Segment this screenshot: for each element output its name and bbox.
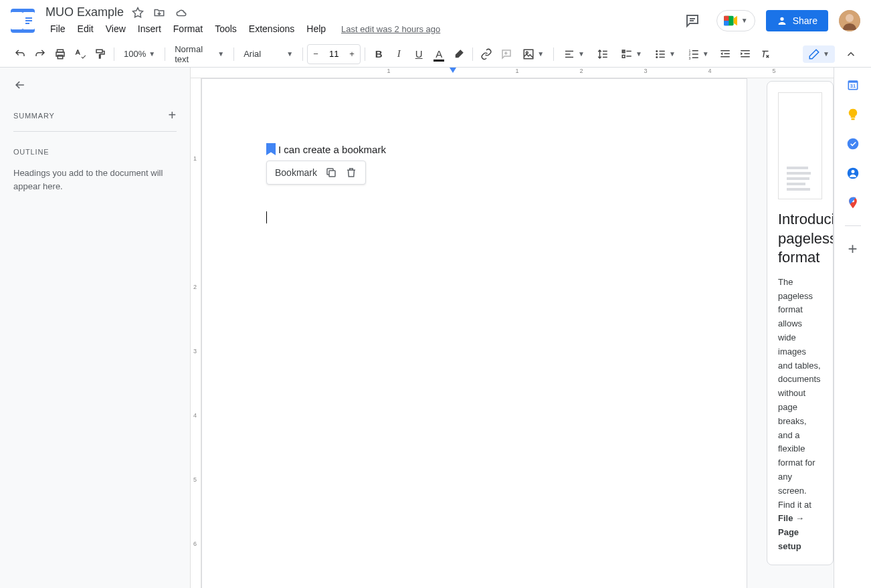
bullet-list-dropdown[interactable]: ▼ [649, 45, 681, 63]
clear-format-icon[interactable] [756, 45, 775, 64]
menu-format[interactable]: Format [169, 22, 207, 35]
print-icon[interactable] [51, 45, 70, 64]
user-avatar[interactable] [839, 10, 860, 31]
ruler-mark: 3 [644, 68, 647, 74]
svg-point-6 [846, 14, 854, 22]
share-label: Share [793, 15, 817, 26]
menu-insert[interactable]: Insert [133, 22, 166, 35]
zoom-value: 100% [124, 49, 146, 59]
move-icon[interactable] [153, 7, 165, 19]
tasks-icon[interactable] [846, 137, 860, 151]
svg-rect-44 [851, 118, 854, 120]
svg-rect-39 [741, 56, 750, 58]
ruler-mark: 5 [772, 68, 775, 74]
spellcheck-icon[interactable] [71, 45, 90, 64]
document-page[interactable]: I can create a bookmark Bookmark [201, 78, 747, 588]
svg-rect-33 [692, 57, 698, 58]
svg-rect-37 [741, 50, 750, 52]
numbered-list-dropdown[interactable]: 123▼ [682, 45, 714, 63]
redo-icon[interactable] [31, 45, 50, 64]
svg-text:31: 31 [850, 83, 855, 89]
maps-icon[interactable] [846, 196, 860, 209]
star-icon[interactable] [132, 7, 144, 19]
zoom-dropdown[interactable]: 100% ▼ [118, 46, 161, 62]
ruler-mark: 2 [579, 68, 583, 74]
docs-app-icon[interactable] [11, 9, 35, 33]
svg-point-23 [656, 53, 658, 55]
bookmark-popup-label: Bookmark [275, 167, 317, 178]
font-value: Arial [244, 49, 261, 59]
bold-icon[interactable]: B [369, 45, 388, 64]
menu-file[interactable]: File [45, 22, 70, 35]
outline-back-icon[interactable] [13, 78, 29, 92]
editing-mode-dropdown[interactable]: ▼ [803, 45, 835, 63]
undo-icon[interactable] [11, 45, 29, 64]
menu-tools[interactable]: Tools [210, 22, 241, 35]
highlight-icon[interactable] [450, 45, 468, 64]
svg-rect-40 [329, 171, 335, 177]
menu-view[interactable]: View [101, 22, 130, 35]
summary-label: SUMMARY [13, 112, 55, 120]
font-size-increase[interactable]: + [344, 45, 360, 64]
text-cursor [266, 211, 267, 223]
checklist-dropdown[interactable]: ▼ [615, 45, 648, 63]
paint-format-icon[interactable] [91, 45, 110, 64]
comment-icon[interactable] [497, 45, 516, 64]
card-body: The pageless format allows wide images a… [778, 276, 822, 554]
document-title[interactable]: MUO Example [45, 5, 124, 19]
italic-icon[interactable]: I [389, 45, 408, 64]
svg-rect-10 [96, 50, 102, 53]
delete-bookmark-icon[interactable] [345, 167, 357, 179]
indent-increase-icon[interactable] [736, 45, 755, 64]
contacts-icon[interactable] [846, 167, 860, 180]
summary-add-icon[interactable]: + [169, 108, 177, 123]
line-spacing-dropdown[interactable] [591, 45, 614, 63]
text-color-icon[interactable]: A [429, 45, 448, 64]
main-area: SUMMARY + OUTLINE Headings you add to th… [0, 68, 871, 588]
menu-extensions[interactable]: Extensions [244, 22, 299, 35]
link-icon[interactable] [477, 45, 496, 64]
outline-panel: SUMMARY + OUTLINE Headings you add to th… [0, 68, 191, 588]
share-button[interactable]: Share [766, 10, 828, 31]
font-size-input[interactable] [324, 46, 344, 62]
last-edit-link[interactable]: Last edit was 2 hours ago [341, 24, 440, 34]
style-dropdown[interactable]: Normal text ▼ [169, 41, 229, 67]
svg-rect-34 [720, 50, 730, 52]
collapse-icon[interactable] [842, 45, 860, 64]
add-addon-icon[interactable]: + [846, 242, 860, 256]
copy-link-icon[interactable] [325, 167, 337, 179]
image-dropdown[interactable]: ▼ [517, 45, 549, 63]
horizontal-ruler[interactable]: 1 1 2 3 4 5 6 7 [191, 68, 834, 78]
svg-rect-31 [692, 50, 698, 52]
underline-icon[interactable]: U [409, 45, 428, 64]
svg-rect-38 [744, 53, 749, 54]
font-dropdown[interactable]: Arial ▼ [238, 46, 298, 62]
document-text-line[interactable]: I can create a bookmark [278, 144, 386, 155]
indent-decrease-icon[interactable] [716, 45, 735, 64]
comments-icon[interactable] [679, 7, 706, 34]
ruler-mark: 1 [387, 68, 390, 74]
font-size-decrease[interactable]: − [308, 45, 324, 64]
menu-help[interactable]: Help [302, 22, 330, 35]
menu-edit[interactable]: Edit [73, 22, 98, 35]
svg-rect-26 [659, 54, 664, 55]
style-value: Normal text [175, 44, 215, 64]
menu-bar: File Edit View Insert Format Tools Exten… [45, 22, 674, 35]
cloud-icon[interactable] [175, 7, 188, 19]
vertical-ruler[interactable]: 1 2 3 4 5 6 [191, 78, 201, 588]
outline-label: OUTLINE [13, 148, 177, 156]
svg-rect-32 [692, 54, 698, 55]
align-dropdown[interactable]: ▼ [558, 45, 590, 63]
header-right: ▼ Share [679, 7, 860, 34]
left-margin-marker[interactable] [450, 68, 456, 73]
meet-button[interactable]: ▼ [716, 10, 755, 31]
bookmark-icon[interactable] [266, 143, 276, 155]
keep-icon[interactable] [846, 108, 860, 121]
svg-rect-4 [724, 21, 729, 25]
header: MUO Example File Edit View Insert Format… [0, 0, 871, 41]
svg-point-45 [847, 138, 858, 150]
calendar-icon[interactable]: 31 [846, 78, 860, 92]
svg-rect-13 [524, 50, 533, 59]
svg-rect-25 [659, 50, 664, 52]
svg-point-22 [656, 50, 658, 52]
